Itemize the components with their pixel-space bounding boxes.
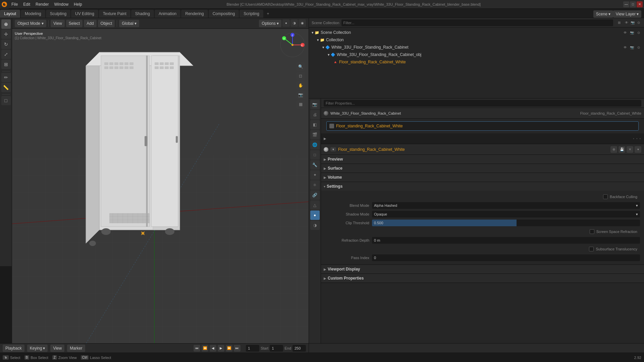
- outliner-camera-icon[interactable]: 📷: [630, 20, 635, 25]
- menu-render[interactable]: Render: [33, 0, 51, 9]
- tab-rendering[interactable]: Rendering: [181, 10, 208, 18]
- marker-menu[interactable]: Marker: [67, 345, 85, 352]
- minimize-button[interactable]: —: [623, 1, 629, 7]
- tool-add-cube[interactable]: □: [1, 96, 11, 105]
- add-menu[interactable]: Add: [84, 20, 96, 27]
- tool-rotate[interactable]: ↻: [1, 40, 11, 49]
- jump-start-button[interactable]: ⏮: [194, 345, 200, 352]
- section-preview-header[interactable]: ▶ Preview: [321, 155, 644, 164]
- tab-layout[interactable]: Layout: [0, 10, 20, 18]
- viewport-shading-material[interactable]: ◑: [290, 19, 298, 27]
- add-workspace-button[interactable]: +: [264, 10, 272, 18]
- camera-icon[interactable]: 📷: [629, 30, 635, 35]
- tab-modeling[interactable]: Modeling: [21, 10, 45, 18]
- tab-sculpting[interactable]: Sculpting: [46, 10, 70, 18]
- material-copy-button[interactable]: ⊕: [610, 146, 617, 153]
- outliner-search[interactable]: [341, 19, 613, 26]
- prop-object-data-icon[interactable]: △: [310, 200, 320, 210]
- menu-help[interactable]: Help: [71, 0, 85, 9]
- prop-object-icon[interactable]: □: [310, 150, 320, 160]
- tab-uv-editing[interactable]: UV Editing: [71, 10, 98, 18]
- backface-culling-checkbox[interactable]: [603, 194, 608, 199]
- prop-view-layer-icon[interactable]: ◧: [310, 120, 320, 129]
- jump-end-button[interactable]: ⏭: [234, 345, 240, 352]
- render-icon[interactable]: ⊙: [636, 30, 641, 35]
- play-reverse-button[interactable]: ◀: [210, 345, 216, 352]
- select-menu[interactable]: Select: [66, 20, 83, 27]
- viewport-shading-rendered[interactable]: ◉: [299, 19, 306, 27]
- viewport-display-header[interactable]: ▶ Viewport Display: [321, 265, 644, 274]
- object-mode-dropdown[interactable]: Object Mode ▾: [15, 20, 46, 27]
- viewport-shading-solid[interactable]: ●: [282, 19, 290, 27]
- end-frame-input[interactable]: 250: [292, 345, 306, 352]
- tree-item-floor-cabinet[interactable]: 🔺 Floor_standing_Rack_Cabinet_White: [309, 58, 644, 66]
- clip-threshold-value[interactable]: 0.500: [372, 220, 640, 226]
- pan-button[interactable]: ✋: [296, 81, 305, 90]
- material-slot[interactable]: Floor_standing_Rack_Cabinet_White: [326, 121, 639, 131]
- prop-scene-icon[interactable]: 🎬: [310, 130, 320, 139]
- playback-menu[interactable]: Playback: [3, 345, 24, 352]
- tree-item-obj[interactable]: ▾ 🔷 White_33U_Floor_Standing_Rack_Cabine…: [309, 51, 644, 58]
- vis-2[interactable]: 👁: [623, 45, 628, 50]
- tree-item-white33u[interactable]: ▾ 🔷 White_33U_Floor_Standing_Rack_Cabine…: [309, 44, 644, 51]
- keying-menu[interactable]: Keying ▾: [27, 345, 48, 352]
- prop-output-icon[interactable]: 🖨: [310, 110, 320, 119]
- material-save-button[interactable]: 💾: [619, 146, 625, 153]
- view-menu-timeline[interactable]: View: [50, 345, 64, 352]
- tab-shading[interactable]: Shading: [131, 10, 154, 18]
- tool-move[interactable]: ✛: [1, 29, 11, 39]
- section-surface-header[interactable]: ▶ Surface: [321, 164, 644, 173]
- menu-window[interactable]: Window: [51, 0, 71, 9]
- zoom-in-button[interactable]: 🔍: [296, 62, 305, 71]
- prop-material-icon[interactable]: ●: [310, 210, 320, 220]
- tool-cursor[interactable]: ⊕: [1, 19, 11, 29]
- tab-compositing[interactable]: Compositing: [209, 10, 239, 18]
- outliner-render-icon[interactable]: ⊙: [636, 20, 641, 25]
- play-button[interactable]: ▶: [218, 345, 224, 352]
- cam-2[interactable]: 📷: [629, 45, 635, 50]
- prop-modifier-icon[interactable]: 🔧: [310, 160, 320, 170]
- start-frame-input[interactable]: 1: [270, 345, 283, 352]
- current-frame-input[interactable]: 1: [246, 345, 259, 352]
- close-button[interactable]: ✕: [637, 1, 643, 7]
- tab-scripting[interactable]: Scripting: [239, 10, 263, 18]
- pass-index-value[interactable]: 0: [372, 254, 640, 261]
- view-menu[interactable]: View: [51, 20, 65, 27]
- refraction-depth-value[interactable]: 0 m: [372, 237, 640, 244]
- ssr-checkbox[interactable]: [590, 229, 594, 234]
- maximize-button[interactable]: □: [630, 1, 636, 7]
- visibility-icon[interactable]: 👁: [623, 30, 628, 35]
- menu-edit[interactable]: Edit: [20, 0, 33, 9]
- jump-prev-button[interactable]: ⏪: [202, 345, 208, 352]
- ren-2[interactable]: ⊙: [636, 45, 641, 50]
- browse-material-button[interactable]: ▾: [330, 147, 336, 152]
- tool-measure[interactable]: 📏: [1, 83, 11, 92]
- prop-render-icon[interactable]: 📷: [310, 100, 320, 109]
- prop-world-icon[interactable]: 🌐: [310, 140, 320, 149]
- prop-physics-icon[interactable]: ⚛: [310, 180, 320, 190]
- object-menu[interactable]: Object: [98, 20, 115, 27]
- material-options-button[interactable]: ▾: [635, 146, 641, 153]
- shadow-mode-value[interactable]: Opaque ▾: [372, 211, 640, 218]
- prop-constraints-icon[interactable]: 🔗: [310, 190, 320, 200]
- transform-global[interactable]: Global ▾: [119, 20, 139, 27]
- prop-particles-icon[interactable]: ✦: [310, 170, 320, 180]
- section-volume-header[interactable]: ▶ Volume: [321, 173, 644, 182]
- 3d-viewport[interactable]: User Perspective (1) Collection | White_…: [12, 29, 309, 343]
- tool-annotate[interactable]: ✏: [1, 73, 11, 82]
- tree-item-collection[interactable]: ▾ 📁 Collection: [309, 36, 644, 44]
- navigation-gizmo[interactable]: X Y Z: [279, 32, 306, 58]
- grid-button[interactable]: ▦: [296, 100, 305, 109]
- options-button[interactable]: Options ▾: [259, 20, 281, 27]
- tab-texture-paint[interactable]: Texture Paint: [99, 10, 130, 18]
- jump-next-button[interactable]: ⏩: [226, 345, 232, 352]
- camera-view-button[interactable]: 📷: [296, 90, 305, 99]
- view-layer-selector[interactable]: View Layer ▾: [613, 10, 641, 18]
- tool-transform[interactable]: ⊞: [1, 60, 11, 69]
- section-settings-header[interactable]: ▾ Settings: [321, 182, 644, 191]
- custom-props-header[interactable]: ▶ Custom Properties: [321, 274, 644, 283]
- sst-checkbox[interactable]: [589, 247, 594, 251]
- scene-selector[interactable]: Scene ▾: [593, 10, 613, 18]
- tab-animation[interactable]: Animation: [155, 10, 180, 18]
- zoom-fit-button[interactable]: ⊡: [296, 72, 305, 80]
